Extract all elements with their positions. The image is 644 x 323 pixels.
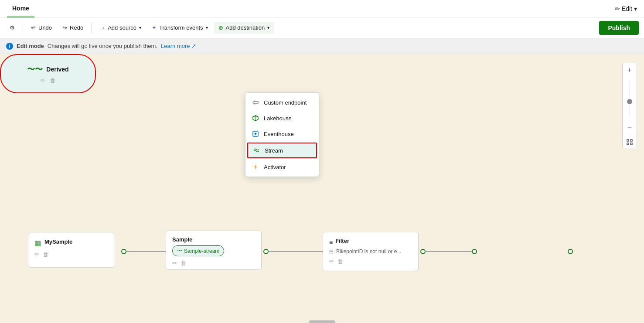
filter-condition-icon: ⊟ bbox=[329, 248, 334, 255]
destination-dropdown: Custom endpoint Lakehouse Eventhouse Str… bbox=[245, 92, 319, 177]
undo-button[interactable]: ↩ Undo bbox=[27, 22, 56, 34]
fit-button[interactable] bbox=[623, 135, 637, 149]
svg-point-2 bbox=[264, 249, 268, 254]
undo-label: Undo bbox=[38, 24, 52, 31]
toolbar-separator-2 bbox=[91, 23, 92, 33]
stream-label: Stream bbox=[265, 147, 283, 154]
mysample-header: ▦ MySample bbox=[34, 238, 109, 248]
custom-endpoint-label: Custom endpoint bbox=[264, 99, 307, 106]
dropdown-item-stream[interactable]: Stream bbox=[247, 143, 317, 158]
edit-label: Edit bbox=[622, 5, 632, 12]
sample-stream-badge: 〜 Sample-stream bbox=[172, 245, 224, 256]
eventhouse-label: Eventhouse bbox=[264, 131, 294, 137]
add-destination-label: Add destination bbox=[226, 24, 265, 31]
publish-button[interactable]: Publish bbox=[599, 21, 639, 35]
pencil-icon: ✏ bbox=[615, 5, 620, 12]
transform-chevron-icon: ▾ bbox=[206, 25, 208, 30]
filter-actions: ✏ 🗑 bbox=[329, 258, 412, 265]
mysample-node[interactable]: ▦ MySample ✏ 🗑 bbox=[28, 233, 115, 268]
add-destination-button[interactable]: ⊕ Add destination ▾ bbox=[214, 22, 274, 34]
dropdown-item-custom-endpoint[interactable]: Custom endpoint bbox=[245, 95, 319, 110]
add-source-label: Add source bbox=[108, 24, 136, 31]
zoom-out-button[interactable]: − bbox=[623, 121, 637, 135]
svg-point-5 bbox=[472, 249, 477, 254]
connections-svg bbox=[0, 54, 644, 323]
sample-actions: ✏ 🗑 bbox=[172, 260, 255, 266]
dropdown-item-lakehouse[interactable]: Lakehouse bbox=[245, 110, 319, 126]
mysample-icon: ▦ bbox=[34, 239, 41, 247]
undo-icon: ↩ bbox=[31, 24, 36, 31]
derived-node[interactable]: 〜〜 Derived ✏ 🗑 bbox=[0, 54, 96, 93]
add-source-icon: → bbox=[99, 24, 105, 31]
bottom-handle[interactable] bbox=[309, 320, 335, 323]
stream-icon bbox=[252, 146, 260, 154]
activator-icon bbox=[252, 163, 259, 171]
filter-condition: BikepointID is not null or e... bbox=[336, 248, 401, 255]
learn-more-label: Learn more bbox=[161, 43, 190, 49]
zoom-slider-line bbox=[630, 82, 630, 116]
lakehouse-label: Lakehouse bbox=[264, 115, 292, 122]
destination-icon: ⊕ bbox=[218, 24, 223, 31]
external-link-icon: ↗ bbox=[191, 43, 196, 49]
destination-chevron-icon: ▾ bbox=[267, 25, 269, 30]
filter-delete-icon[interactable]: 🗑 bbox=[337, 258, 343, 265]
canvas: ▦ MySample ✏ 🗑 Sample 〜 Sample-stream ✏ … bbox=[0, 54, 644, 323]
svg-rect-9 bbox=[630, 139, 632, 141]
derived-edit-icon[interactable]: ✏ bbox=[41, 77, 45, 84]
redo-label: Redo bbox=[70, 24, 83, 31]
add-source-button[interactable]: → Add source ▾ bbox=[95, 22, 146, 34]
derived-delete-icon[interactable]: 🗑 bbox=[50, 77, 55, 84]
edit-button[interactable]: ✏ Edit ▾ bbox=[615, 5, 637, 12]
redo-button[interactable]: ↪ Redo bbox=[58, 22, 88, 34]
tab-home[interactable]: Home bbox=[7, 0, 34, 17]
sample-edit-icon[interactable]: ✏ bbox=[172, 260, 177, 266]
activator-label: Activator bbox=[264, 164, 286, 170]
zoom-slider[interactable] bbox=[630, 77, 630, 121]
transform-icon: ✦ bbox=[152, 24, 157, 31]
filter-icon: ≡ bbox=[329, 239, 333, 246]
mysample-title: MySample bbox=[44, 238, 72, 245]
svg-rect-8 bbox=[627, 139, 629, 141]
mysample-edit-icon[interactable]: ✏ bbox=[34, 251, 39, 258]
filter-node[interactable]: ≡ Filter ⊟ BikepointID is not null or e.… bbox=[323, 232, 419, 271]
fit-icon bbox=[627, 139, 633, 145]
mysample-actions: ✏ 🗑 bbox=[34, 251, 109, 258]
info-bar: i Edit mode Changes will go live once yo… bbox=[0, 38, 644, 54]
transform-events-button[interactable]: ✦ Transform events ▾ bbox=[147, 22, 212, 34]
add-source-chevron-icon: ▾ bbox=[139, 25, 141, 30]
toolbar: ⚙ ↩ Undo ↪ Redo → Add source ▾ ✦ Transfo… bbox=[0, 17, 644, 38]
zoom-handle bbox=[627, 99, 632, 104]
top-bar: Home ✏ Edit ▾ bbox=[0, 0, 644, 17]
sample-delete-icon[interactable]: 🗑 bbox=[181, 260, 186, 266]
svg-point-6 bbox=[568, 249, 572, 254]
dropdown-item-eventhouse[interactable]: Eventhouse bbox=[245, 126, 319, 142]
svg-rect-10 bbox=[627, 143, 629, 145]
derived-title: Derived bbox=[46, 66, 68, 73]
sample-stream-label: Sample-stream bbox=[184, 248, 219, 254]
settings-button[interactable]: ⚙ bbox=[5, 22, 19, 34]
edit-mode-label: Edit mode bbox=[17, 43, 44, 49]
eventhouse-icon bbox=[252, 130, 259, 138]
stream-badge-icon: 〜 bbox=[177, 247, 182, 255]
lakehouse-icon bbox=[252, 114, 259, 122]
svg-rect-11 bbox=[630, 143, 632, 145]
zoom-in-button[interactable]: + bbox=[623, 63, 637, 77]
derived-stream-icon: 〜〜 bbox=[27, 64, 43, 75]
custom-endpoint-icon bbox=[252, 99, 259, 106]
redo-icon: ↪ bbox=[62, 24, 67, 31]
filter-edit-icon[interactable]: ✏ bbox=[329, 258, 334, 265]
settings-icon: ⚙ bbox=[10, 24, 15, 31]
sample-title: Sample bbox=[172, 236, 255, 243]
edit-chevron-icon: ▾ bbox=[634, 5, 637, 12]
mysample-delete-icon[interactable]: 🗑 bbox=[43, 251, 48, 258]
transform-events-label: Transform events bbox=[159, 24, 203, 31]
dropdown-item-activator[interactable]: Activator bbox=[245, 159, 319, 175]
zoom-controls: + − bbox=[622, 63, 637, 149]
derived-content: 〜〜 Derived bbox=[27, 64, 68, 75]
filter-title: Filter bbox=[335, 238, 349, 244]
info-icon: i bbox=[6, 43, 13, 50]
svg-point-4 bbox=[421, 249, 425, 254]
learn-more-link[interactable]: Learn more ↗ bbox=[161, 43, 196, 49]
sample-node[interactable]: Sample 〜 Sample-stream ✏ 🗑 bbox=[166, 231, 262, 270]
info-message: Changes will go live once you publish th… bbox=[48, 43, 157, 49]
